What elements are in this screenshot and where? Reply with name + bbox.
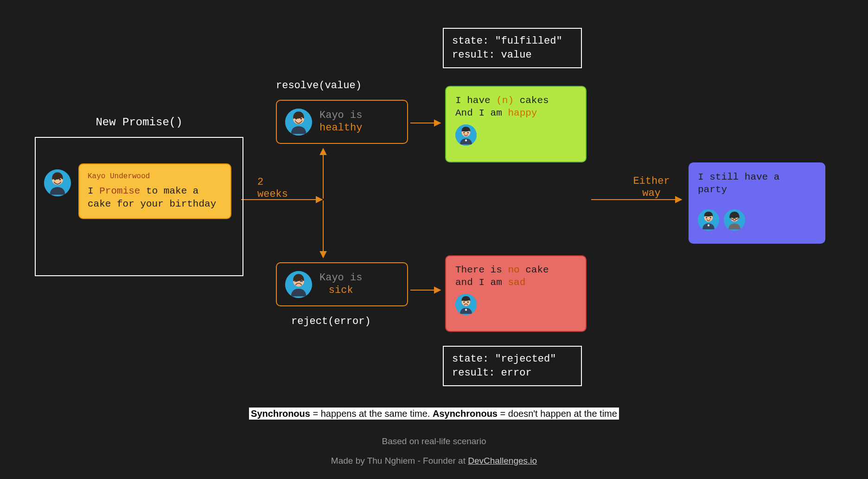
state-fulfilled-box: state: "fulfilled" result: value [443, 28, 582, 68]
label-2-weeks: 2 weeks [257, 176, 288, 201]
svg-point-30 [708, 224, 709, 226]
svg-point-25 [465, 309, 467, 311]
result-fulfilled-card: I have (n) cakes And I am happy [445, 86, 587, 162]
svg-point-24 [467, 301, 469, 303]
devchallenges-link[interactable]: DevChallenges.io [468, 456, 537, 466]
label-either-way: Either way [626, 175, 677, 200]
new-promise-box: Kayo Underwood I Promise to make a cake … [35, 137, 243, 276]
svg-point-23 [463, 301, 465, 303]
result-rejected-card: There is no cake and I am sad [445, 255, 587, 332]
green-line2: And I am happy [455, 107, 576, 119]
svg-point-20 [465, 139, 467, 141]
state-rejected-l1: state: "rejected" [452, 352, 573, 366]
svg-point-28 [706, 217, 707, 218]
svg-point-19 [467, 132, 469, 133]
sick-card: Kayo is sick [276, 262, 408, 306]
party-card: I still have a party [689, 162, 825, 244]
blue-l1: I still have a [698, 171, 816, 183]
new-promise-label: New Promise() [35, 116, 243, 129]
footer-made-by: Made by Thu Nghiem - Founder at DevChall… [0, 456, 868, 466]
avatar-boy-icon [455, 124, 477, 146]
label-resolve: resolve(value) [276, 80, 362, 91]
avatar-boy-party-icon [698, 209, 719, 231]
label-reject: reject(error) [291, 316, 371, 327]
svg-point-13 [300, 117, 302, 119]
svg-point-29 [710, 217, 711, 218]
avatar-kayo-sick-icon [285, 271, 312, 298]
avatar-girl-glasses-icon [724, 209, 745, 231]
red-line1: There is no cake [455, 264, 576, 276]
state-rejected-l2: result: error [452, 366, 573, 380]
promise-card: Kayo Underwood I Promise to make a cake … [78, 163, 231, 219]
svg-point-9 [59, 179, 61, 181]
avatar-kayo-healthy-icon [285, 109, 312, 136]
promise-text: I Promise to make a cake for your birthd… [88, 185, 222, 211]
state-fulfilled-l2: result: value [452, 48, 573, 62]
avatar-kayo-icon [44, 169, 71, 196]
footer-definition: Synchronous = happens at the same time. … [0, 408, 868, 419]
state-rejected-box: state: "rejected" result: error [443, 346, 582, 386]
blue-l2: party [698, 183, 816, 196]
svg-point-12 [295, 117, 297, 119]
healthy-text: Kayo is healthy [319, 110, 362, 134]
footer-based: Based on real-life scenario [0, 436, 868, 447]
healthy-card: Kayo is healthy [276, 100, 408, 144]
green-line1: I have (n) cakes [455, 94, 576, 107]
svg-point-18 [463, 132, 465, 133]
state-fulfilled-l1: state: "fulfilled" [452, 34, 573, 48]
avatar-boy-sad-icon [455, 294, 477, 315]
svg-point-8 [54, 179, 56, 181]
promise-author: Kayo Underwood [88, 172, 222, 182]
diagram-stage: New Promise() Kayo Underwood I Promise t… [0, 0, 868, 479]
red-line2: and I am sad [455, 276, 576, 289]
sick-text: Kayo is sick [319, 272, 362, 297]
